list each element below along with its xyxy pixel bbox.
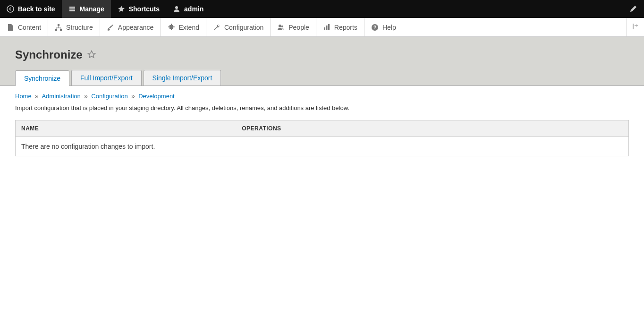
- user-icon: [173, 5, 180, 13]
- menu-help[interactable]: ? Help: [364, 18, 403, 36]
- menu-people[interactable]: People: [271, 18, 316, 36]
- page-title: Synchronize: [15, 48, 83, 61]
- manage-label: Manage: [80, 5, 104, 13]
- star-icon: [118, 5, 125, 13]
- admin-menu-spacer: [403, 18, 626, 36]
- breadcrumb-sep: »: [131, 93, 135, 100]
- favorite-toggle[interactable]: [87, 50, 96, 60]
- menu-appearance[interactable]: Appearance: [100, 18, 161, 36]
- menu-extend[interactable]: Extend: [161, 18, 206, 36]
- user-label: admin: [184, 5, 203, 13]
- breadcrumb-administration[interactable]: Administration: [42, 93, 80, 100]
- svg-point-1: [175, 6, 178, 9]
- svg-rect-12: [633, 24, 634, 29]
- config-table: NAME OPERATIONS There are no configurati…: [15, 120, 629, 156]
- hamburger-icon: [68, 5, 76, 13]
- menu-content[interactable]: Content: [0, 18, 48, 36]
- menu-structure[interactable]: Structure: [48, 18, 100, 36]
- table-row: There are no configuration changes to im…: [16, 137, 629, 156]
- star-outline-icon: [87, 50, 96, 59]
- toolbar-top: Back to site Manage Shortcuts admin: [0, 0, 644, 18]
- admin-menu: Content Structure Appearance Extend Conf…: [0, 18, 644, 37]
- shortcuts-label: Shortcuts: [129, 5, 160, 13]
- orientation-toggle[interactable]: [626, 18, 644, 36]
- edit-toggle[interactable]: [623, 0, 644, 18]
- svg-rect-3: [55, 29, 57, 31]
- page-header: Synchronize Synchronize Full Import/Expo…: [0, 37, 644, 86]
- user-link[interactable]: admin: [166, 0, 210, 18]
- breadcrumb-home[interactable]: Home: [15, 93, 32, 100]
- page-title-row: Synchronize: [15, 48, 629, 61]
- document-icon: [7, 24, 14, 31]
- tabs: Synchronize Full Import/Export Single Im…: [15, 70, 629, 85]
- svg-rect-9: [328, 24, 330, 30]
- col-header-name: NAME: [16, 120, 237, 137]
- manage-toggle[interactable]: Manage: [62, 0, 111, 18]
- menu-structure-label: Structure: [66, 24, 93, 31]
- help-text: Import configuration that is placed in y…: [15, 104, 629, 111]
- svg-rect-8: [326, 26, 327, 30]
- tab-single-label: Single Import/Export: [153, 74, 212, 82]
- svg-text:?: ?: [373, 25, 376, 30]
- chevron-left-circle-icon: [7, 5, 14, 13]
- orientation-icon: [632, 23, 639, 32]
- empty-message: There are no configuration changes to im…: [16, 137, 629, 156]
- tab-full-label: Full Import/Export: [80, 74, 132, 82]
- svg-rect-4: [60, 29, 62, 31]
- breadcrumb: Home » Administration » Configuration » …: [15, 93, 629, 100]
- menu-extend-label: Extend: [178, 24, 199, 31]
- breadcrumb-configuration[interactable]: Configuration: [91, 93, 127, 100]
- menu-configuration-label: Configuration: [224, 24, 263, 31]
- svg-rect-2: [58, 24, 59, 26]
- paintbrush-icon: [107, 24, 114, 31]
- tab-synchronize[interactable]: Synchronize: [15, 70, 69, 86]
- back-to-site-label: Back to site: [18, 5, 55, 13]
- menu-configuration[interactable]: Configuration: [206, 18, 271, 36]
- svg-point-0: [7, 6, 14, 12]
- col-header-operations: OPERATIONS: [236, 120, 628, 137]
- svg-point-6: [281, 26, 283, 27]
- breadcrumb-sep: »: [35, 93, 38, 100]
- content: Home » Administration » Configuration » …: [0, 86, 644, 163]
- menu-reports-label: Reports: [334, 24, 357, 31]
- tab-full-import-export[interactable]: Full Import/Export: [71, 70, 141, 85]
- pencil-icon: [630, 5, 637, 14]
- breadcrumb-development[interactable]: Development: [138, 93, 175, 100]
- svg-point-5: [279, 25, 281, 27]
- bar-chart-icon: [323, 24, 330, 31]
- tab-synchronize-label: Synchronize: [24, 75, 60, 82]
- people-icon: [277, 24, 285, 31]
- menu-content-label: Content: [18, 24, 41, 31]
- tab-single-import-export[interactable]: Single Import/Export: [144, 70, 221, 85]
- menu-people-label: People: [288, 24, 309, 31]
- wrench-icon: [213, 24, 220, 31]
- menu-reports[interactable]: Reports: [316, 18, 364, 36]
- puzzle-icon: [167, 24, 175, 31]
- hierarchy-icon: [55, 24, 62, 31]
- menu-help-label: Help: [382, 24, 396, 31]
- shortcuts-link[interactable]: Shortcuts: [111, 0, 166, 18]
- menu-appearance-label: Appearance: [118, 24, 154, 31]
- breadcrumb-sep: »: [84, 93, 87, 100]
- back-to-site-link[interactable]: Back to site: [0, 0, 62, 18]
- svg-rect-7: [324, 27, 325, 30]
- help-icon: ?: [371, 24, 379, 31]
